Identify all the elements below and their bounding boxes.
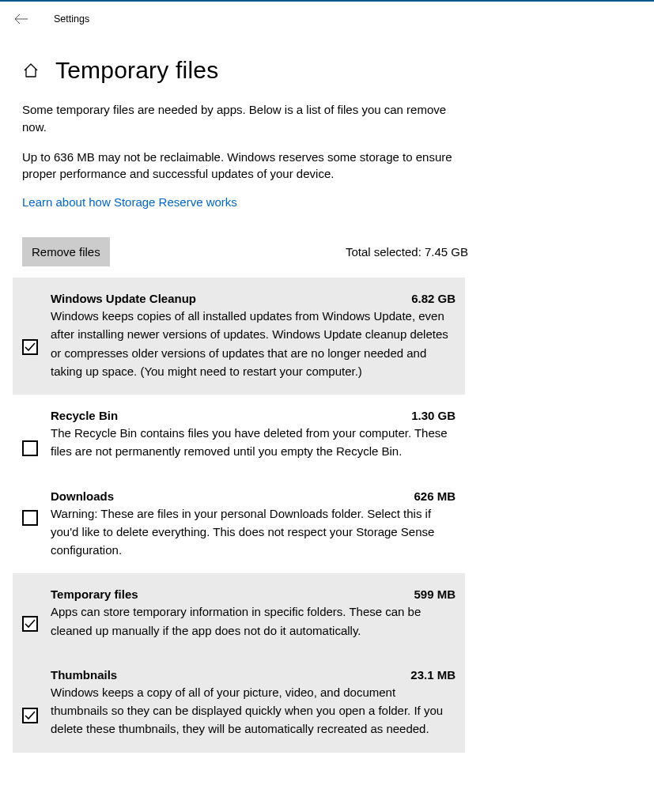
item-recycle-bin[interactable]: Recycle Bin 1.30 GB The Recycle Bin cont… (13, 395, 465, 475)
item-title: Temporary files (51, 587, 138, 601)
home-icon[interactable] (22, 62, 40, 79)
item-title: Thumbnails (51, 668, 117, 682)
checkbox[interactable] (22, 616, 38, 632)
intro-text-2: Up to 636 MB may not be reclaimable. Win… (22, 149, 468, 183)
item-desc: Apps can store temporary information in … (51, 602, 456, 640)
item-windows-update-cleanup[interactable]: Windows Update Cleanup 6.82 GB Windows k… (13, 278, 465, 395)
back-arrow-icon[interactable] (14, 13, 28, 25)
item-size: 23.1 MB (410, 668, 456, 682)
item-title: Downloads (51, 489, 114, 503)
file-list: Windows Update Cleanup 6.82 GB Windows k… (13, 278, 465, 753)
intro-text-1: Some temporary files are needed by apps.… (22, 101, 468, 136)
storage-reserve-link[interactable]: Learn about how Storage Reserve works (22, 195, 237, 209)
item-thumbnails[interactable]: Thumbnails 23.1 MB Windows keeps a copy … (13, 654, 465, 753)
page-title: Temporary files (55, 57, 218, 84)
header-bar: Settings (0, 2, 654, 36)
item-temporary-files[interactable]: Temporary files 599 MB Apps can store te… (13, 573, 465, 654)
total-selected: Total selected: 7.45 GB (346, 245, 468, 259)
checkbox[interactable] (22, 708, 38, 723)
item-title: Recycle Bin (51, 409, 118, 422)
item-size: 599 MB (414, 587, 456, 601)
item-title: Windows Update Cleanup (51, 292, 196, 305)
item-desc: Windows keeps a copy of all of your pict… (51, 683, 456, 738)
checkbox[interactable] (22, 510, 38, 526)
item-desc: Warning: These are files in your persona… (51, 504, 456, 560)
item-downloads[interactable]: Downloads 626 MB Warning: These are file… (13, 475, 465, 574)
item-size: 1.30 GB (411, 409, 456, 422)
item-size: 626 MB (414, 489, 456, 503)
checkbox[interactable] (22, 440, 38, 456)
item-size: 6.82 GB (411, 292, 456, 305)
checkbox[interactable] (22, 339, 38, 355)
item-desc: Windows keeps copies of all installed up… (51, 307, 456, 380)
header-title: Settings (54, 13, 89, 25)
remove-files-button[interactable]: Remove files (22, 237, 110, 266)
item-desc: The Recycle Bin contains files you have … (51, 424, 456, 461)
